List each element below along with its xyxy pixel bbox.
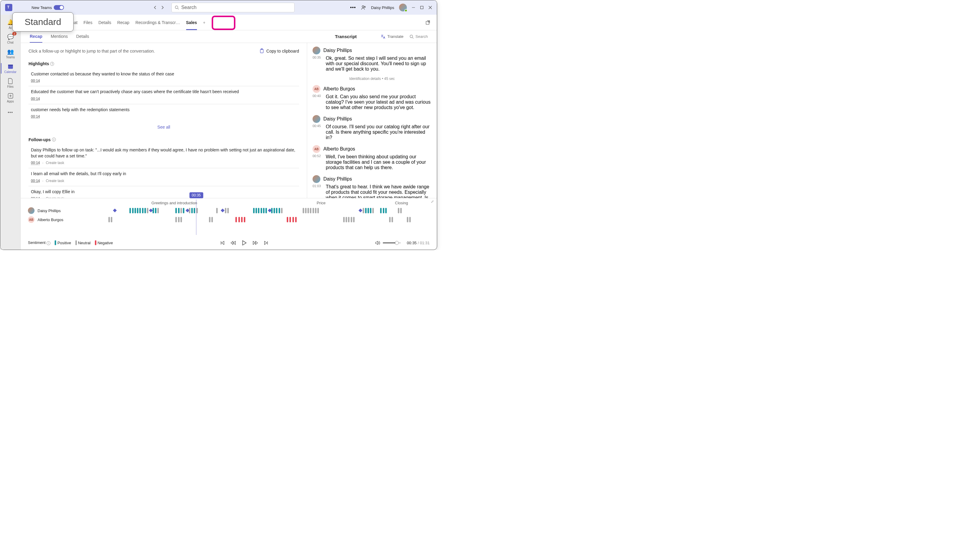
timeline-tick[interactable] (157, 208, 159, 213)
window-close-icon[interactable] (429, 6, 432, 9)
timeline-tick[interactable] (256, 208, 257, 213)
timeline-tick[interactable] (350, 217, 352, 222)
timeline-tick[interactable] (241, 217, 243, 222)
timeline-tick[interactable] (289, 217, 291, 222)
timeline-tick[interactable] (181, 208, 182, 213)
skip-next-icon[interactable] (264, 241, 268, 245)
timestamp-link[interactable]: 00:14 (31, 179, 40, 183)
timeline-tick[interactable] (175, 208, 177, 213)
timeline-track-dp[interactable] (76, 208, 430, 213)
timeline-tick[interactable] (367, 208, 369, 213)
timeline-tick[interactable] (145, 208, 146, 213)
highlight-item[interactable]: Customer contacted us because they wante… (31, 71, 297, 77)
timeline-tick[interactable] (130, 208, 131, 213)
rail-teams[interactable]: 👥 Teams (1, 47, 20, 61)
timestamp-link[interactable]: 00:14 (31, 79, 40, 83)
subtab-recap[interactable]: Recap (30, 34, 42, 39)
transcript-entry[interactable]: ABAlberto Burgos00:52Well, I've been thi… (312, 145, 432, 170)
timestamp-link[interactable]: 00:14 (31, 115, 40, 119)
timeline-tick[interactable] (343, 217, 345, 222)
timeline-tick[interactable] (383, 208, 384, 213)
timeline-tick[interactable] (353, 217, 355, 222)
timeline-tick[interactable] (135, 208, 136, 213)
timeline-tick[interactable] (276, 208, 277, 213)
timeline-tick[interactable] (398, 208, 399, 213)
new-teams-toggle[interactable] (54, 5, 64, 10)
transcript-entry[interactable]: Daisy Phillips01:03That's great to hear.… (312, 175, 432, 198)
timeline-tick[interactable] (155, 208, 156, 213)
followup-item[interactable]: Daisy Phillips to follow up on task: "..… (31, 147, 297, 159)
volume-icon[interactable] (375, 241, 380, 245)
window-maximize-icon[interactable] (420, 6, 424, 9)
translate-button[interactable]: Translate (381, 34, 404, 39)
info-icon[interactable]: i (50, 62, 54, 66)
popout-icon[interactable] (425, 20, 430, 25)
timeline-tick[interactable] (132, 208, 134, 213)
info-icon[interactable]: i (47, 241, 50, 245)
transcript-entry[interactable]: Daisy Phillips00:35Ok, great. So next st… (312, 47, 432, 72)
timeline-tick[interactable] (263, 208, 264, 213)
timeline-tick[interactable] (191, 208, 193, 213)
timeline-tick[interactable] (139, 208, 141, 213)
timeline-tick[interactable] (108, 217, 110, 222)
fastforward-icon[interactable] (253, 241, 258, 245)
tab-add[interactable]: + (203, 19, 205, 26)
timeline-tick[interactable] (380, 208, 382, 213)
timeline-tick[interactable] (315, 208, 316, 213)
timeline-tick[interactable] (258, 208, 259, 213)
rail-files[interactable]: Files (1, 76, 20, 90)
nav-forward-icon[interactable] (161, 6, 164, 9)
timeline-tick[interactable] (178, 208, 179, 213)
user-avatar[interactable] (399, 3, 407, 12)
timeline-tick[interactable] (183, 208, 184, 213)
rail-chat[interactable]: 💬 2 Chat (1, 32, 20, 46)
timeline-tick[interactable] (365, 208, 367, 213)
timeline-tick[interactable] (392, 217, 393, 222)
tab-files[interactable]: Files (83, 19, 93, 26)
tab-recap[interactable]: Recap (117, 19, 129, 26)
timeline-tick[interactable] (253, 208, 254, 213)
timeline-tick[interactable] (310, 208, 311, 213)
play-icon[interactable] (242, 240, 247, 246)
timeline-tick[interactable] (244, 217, 245, 222)
timeline-track-ab[interactable] (76, 217, 430, 222)
timeline-tick[interactable] (295, 217, 297, 222)
timeline-tick[interactable] (385, 208, 387, 213)
transcript-entry[interactable]: ABAlberto Burgos00:40Got it. Can you als… (312, 85, 432, 110)
timeline-tick[interactable] (153, 208, 154, 213)
timeline-tick[interactable] (307, 208, 309, 213)
tab-details[interactable]: Details (98, 19, 111, 26)
timeline-tick[interactable] (274, 208, 275, 213)
timeline-marker-diamond[interactable] (113, 208, 117, 212)
timeline-tick[interactable] (345, 217, 347, 222)
rail-apps[interactable]: Apps (1, 91, 20, 105)
timeline-marker-diamond[interactable] (359, 208, 362, 212)
timeline-tick[interactable] (409, 217, 411, 222)
skip-prev-icon[interactable] (220, 241, 224, 245)
timeline-tick[interactable] (271, 208, 272, 213)
timeline-tick[interactable] (189, 208, 190, 213)
timeline-tick[interactable] (370, 208, 371, 213)
timeline-tick[interactable] (147, 208, 148, 213)
timeline-tick[interactable] (211, 217, 213, 222)
timeline-tick[interactable] (372, 208, 374, 213)
rail-calendar[interactable]: Calendar (1, 61, 20, 75)
timeline-tick[interactable] (194, 208, 195, 213)
timeline-tick[interactable] (389, 217, 390, 222)
timeline-marker-diamond[interactable] (221, 208, 224, 212)
rewind-icon[interactable] (231, 241, 236, 245)
timeline-tick[interactable] (137, 208, 138, 213)
timeline-tick[interactable] (312, 208, 314, 213)
tab-recordings[interactable]: Recordings & Transcr… (135, 19, 180, 26)
create-task-link[interactable]: Create task (46, 179, 64, 183)
timeline-tick[interactable] (279, 208, 280, 213)
nav-back-icon[interactable] (153, 6, 157, 9)
timeline-tick[interactable] (235, 217, 237, 222)
timeline-tick[interactable] (196, 208, 198, 213)
timeline-tick[interactable] (261, 208, 262, 213)
rail-more[interactable]: ••• (1, 107, 20, 117)
expand-icon[interactable]: ⤢ (431, 200, 434, 204)
timeline-tick[interactable] (225, 208, 226, 213)
info-icon[interactable]: i (52, 138, 56, 142)
window-minimize-icon[interactable] (412, 6, 415, 9)
